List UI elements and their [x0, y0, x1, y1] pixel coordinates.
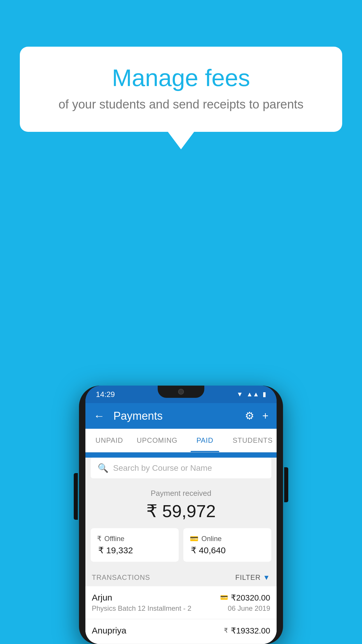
online-card: 💳 Online ₹ 40,640: [183, 528, 271, 562]
search-placeholder: Search by Course or Name: [113, 463, 212, 473]
tab-paid[interactable]: PAID: [181, 429, 229, 452]
tabs-bar: UNPAID UPCOMING PAID STUDENTS: [85, 429, 277, 452]
phone-screen: 14:29 ▼ ▲▲ ▮ ← Payments ⚙ + UNPAID UPC: [85, 386, 277, 644]
offline-amount: ₹ 19,332: [97, 545, 172, 555]
transaction-amount: ₹19332.00: [231, 626, 270, 636]
tab-students[interactable]: STUDENTS: [229, 429, 277, 452]
signal-icon: ▲▲: [246, 391, 259, 398]
payment-summary: Payment received ₹ 59,972: [85, 478, 277, 528]
phone-outer-shell: 14:29 ▼ ▲▲ ▮ ← Payments ⚙ + UNPAID UPC: [79, 386, 283, 644]
transaction-name: Arjun: [92, 593, 112, 603]
speech-bubble: Manage fees of your students and send re…: [20, 47, 342, 132]
wifi-icon: ▼: [237, 391, 243, 398]
transactions-label: TRANSACTIONS: [92, 573, 150, 582]
transaction-course: Physics Batch 12 Installment - 2: [92, 604, 191, 612]
speech-bubble-section: Manage fees of your students and send re…: [20, 47, 342, 149]
add-icon[interactable]: +: [262, 410, 268, 422]
transaction-amount: ₹20320.00: [231, 593, 270, 603]
back-button[interactable]: ←: [94, 410, 105, 422]
phone-mockup: 14:29 ▼ ▲▲ ▮ ← Payments ⚙ + UNPAID UPC: [79, 386, 283, 644]
status-time: 14:29: [96, 390, 115, 399]
tab-unpaid[interactable]: UNPAID: [85, 429, 133, 452]
offline-icon: ₹: [97, 535, 101, 543]
cash-payment-icon: ₹: [224, 627, 228, 634]
transaction-top-row: Arjun 💳 ₹20320.00: [92, 593, 270, 603]
speech-bubble-arrow: [168, 132, 194, 149]
phone-notch: [158, 386, 204, 398]
filter-button[interactable]: FILTER ▼: [235, 573, 270, 582]
filter-label: FILTER: [235, 573, 261, 582]
transactions-header: TRANSACTIONS FILTER ▼: [85, 569, 277, 586]
transaction-date: 06 June 2019: [228, 604, 270, 612]
filter-icon: ▼: [263, 573, 270, 582]
bubble-subtitle: of your students and send receipts to pa…: [43, 97, 319, 111]
app-bar-actions: ⚙ +: [245, 410, 268, 422]
battery-icon: ▮: [263, 391, 266, 398]
transaction-bottom-row: Physics Batch 12 Installment - 2 06 June…: [92, 604, 270, 612]
settings-icon[interactable]: ⚙: [245, 410, 254, 422]
online-label: Online: [201, 535, 222, 543]
online-icon: 💳: [190, 535, 198, 543]
offline-label: Offline: [104, 535, 124, 543]
transaction-row[interactable]: Arjun 💳 ₹20320.00 Physics Batch 12 Insta…: [85, 586, 277, 619]
app-bar: ← Payments ⚙ +: [85, 403, 277, 429]
online-amount: ₹ 40,640: [190, 545, 265, 555]
card-payment-icon: 💳: [220, 594, 228, 601]
offline-card: ₹ Offline ₹ 19,332: [91, 528, 179, 562]
payment-received-label: Payment received: [85, 489, 277, 498]
search-bar[interactable]: 🔍 Search by Course or Name: [91, 458, 271, 478]
transaction-amount-row: 💳 ₹20320.00: [220, 593, 270, 603]
bubble-title: Manage fees: [43, 64, 319, 92]
transaction-top-row: Anupriya ₹ ₹19332.00: [92, 626, 270, 636]
online-card-label-row: 💳 Online: [190, 535, 265, 543]
search-icon: 🔍: [98, 463, 108, 473]
payment-cards: ₹ Offline ₹ 19,332 💳 Online ₹ 40,640: [85, 528, 277, 569]
status-icons: ▼ ▲▲ ▮: [237, 391, 266, 398]
content-area: 🔍 Search by Course or Name Payment recei…: [85, 458, 277, 644]
payment-total-amount: ₹ 59,972: [85, 501, 277, 521]
front-camera: [178, 389, 184, 395]
offline-card-label-row: ₹ Offline: [97, 535, 172, 543]
transaction-name: Anupriya: [92, 626, 126, 636]
tab-upcoming[interactable]: UPCOMING: [133, 429, 181, 452]
transaction-row[interactable]: Anupriya ₹ ₹19332.00: [85, 619, 277, 644]
transaction-amount-row: ₹ ₹19332.00: [224, 626, 270, 636]
app-bar-title: Payments: [113, 410, 239, 422]
